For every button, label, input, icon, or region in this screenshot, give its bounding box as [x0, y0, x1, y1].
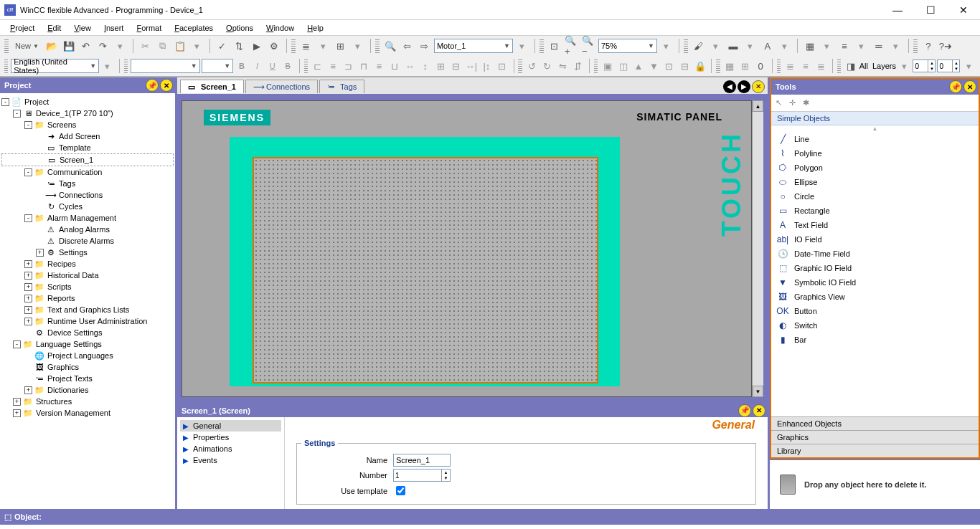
expand-icon[interactable]: - [24, 121, 32, 129]
center-v-button[interactable]: ⊟ [449, 58, 463, 74]
language-combo[interactable]: English (United States)▼ [11, 59, 99, 73]
font-color-drop-icon[interactable]: ▾ [777, 38, 793, 54]
tool-rectangle[interactable]: ▭Rectangle [771, 204, 979, 218]
backward-button[interactable]: ▼ [647, 58, 661, 74]
tree-item[interactable]: ▭Template [1, 142, 174, 153]
menu-view[interactable]: View [68, 22, 97, 34]
new-dropdown[interactable]: New ▼ [11, 38, 42, 54]
paste-drop-icon[interactable]: ▾ [189, 38, 205, 54]
tree-item[interactable]: ≔Project Texts [1, 373, 174, 384]
help-button[interactable]: ? [920, 38, 936, 54]
bold-button[interactable]: B [235, 58, 248, 74]
tool-bar[interactable]: ▮Bar [771, 333, 979, 347]
send-back-button[interactable]: ◫ [616, 58, 630, 74]
tool-graphics-view[interactable]: 🖼Graphics View [771, 290, 979, 304]
tree-item[interactable]: -📁Alarm Management [1, 212, 174, 224]
trash-area[interactable]: Drop any object here to delete it. [770, 459, 980, 509]
tree-item[interactable]: +📁Structures [1, 396, 174, 407]
pin-button[interactable]: 📌 [738, 404, 751, 417]
text-align-c-button[interactable]: ≡ [798, 58, 812, 74]
tree-item[interactable]: ▭Screen_1 [1, 153, 174, 166]
expand-icon[interactable]: - [13, 110, 21, 118]
tree-item[interactable]: +📁Recipes [1, 258, 174, 270]
screen-edit-area[interactable] [253, 157, 598, 383]
line-color-drop-icon[interactable]: ▾ [743, 38, 758, 54]
accordion-library[interactable]: Library [771, 444, 979, 457]
simple-objects-header[interactable]: Simple Objects [771, 112, 979, 125]
size-combo[interactable]: ▼ [202, 59, 234, 73]
align-bottom-button[interactable]: ⊔ [387, 58, 401, 74]
tool-graphic-io-field[interactable]: ⬚Graphic IO Field [771, 261, 979, 275]
tool-line[interactable]: ╱Line [771, 132, 979, 146]
wrench-icon[interactable]: ✱ [803, 98, 809, 108]
expand-icon[interactable]: + [24, 283, 32, 291]
menu-window[interactable]: Window [260, 22, 300, 34]
tree-item[interactable]: ↻Cycles [1, 201, 174, 212]
expand-icon[interactable]: + [13, 409, 21, 417]
coord-drop-icon[interactable]: ▾ [961, 58, 975, 74]
tree-item[interactable]: -📁Communication [1, 166, 174, 178]
font-color-button[interactable]: A [760, 38, 776, 54]
tool-polygon[interactable]: ⭔Polygon [771, 161, 979, 175]
save-button[interactable]: 💾 [61, 38, 77, 54]
weight-button[interactable]: ≡ [837, 38, 852, 54]
distribute-drop-icon[interactable]: ▾ [350, 38, 366, 54]
nav-drop-icon[interactable]: ▾ [514, 38, 530, 54]
tool-date-time-field[interactable]: 🕓Date-Time Field [771, 247, 979, 261]
tool-button[interactable]: OKButton [771, 304, 979, 318]
tree-item[interactable]: +📁Text and Graphics Lists [1, 304, 174, 315]
text-align-r-button[interactable]: ≣ [814, 58, 828, 74]
use-template-checkbox[interactable] [396, 486, 405, 495]
grid-button[interactable]: ▦ [723, 58, 737, 74]
x-spin[interactable]: ▲▼ [913, 59, 936, 72]
cut-button[interactable]: ✂ [138, 38, 154, 54]
expand-icon[interactable]: + [13, 398, 21, 406]
expand-icon[interactable]: + [24, 318, 32, 325]
vdist-button[interactable]: ↕ [418, 58, 432, 74]
minimize-button[interactable]: — [881, 0, 914, 20]
open-button[interactable]: 📂 [44, 38, 60, 54]
align-left-button[interactable]: ⊏ [311, 58, 324, 74]
style-button[interactable]: ═ [871, 38, 887, 54]
accordion-enhanced-objects[interactable]: Enhanced Objects [771, 416, 979, 430]
paste-button[interactable]: 📋 [172, 38, 188, 54]
tree-item[interactable]: 🌐Project Languages [1, 350, 174, 361]
tree-item[interactable]: -📄Project [1, 96, 174, 108]
expand-icon[interactable]: + [24, 295, 32, 302]
tool-ellipse[interactable]: ⬭Ellipse [771, 175, 979, 189]
align-button[interactable]: ≣ [298, 38, 314, 54]
tree-item[interactable]: ⚠Analog Alarms [1, 224, 174, 235]
close-panel-button[interactable]: ✕ [963, 80, 976, 93]
tab-next-button[interactable]: ▶ [738, 80, 750, 93]
close-button[interactable]: ✕ [947, 0, 980, 20]
name-input[interactable] [393, 454, 451, 467]
pin-button[interactable]: 📌 [949, 80, 962, 93]
tool-circle[interactable]: ○Circle [771, 189, 979, 204]
align-middle-button[interactable]: ≡ [372, 58, 386, 74]
weight-drop-icon[interactable]: ▾ [854, 38, 870, 54]
pattern-drop-icon[interactable]: ▾ [819, 38, 835, 54]
style-drop-icon[interactable]: ▾ [888, 38, 904, 54]
menu-project[interactable]: Project [4, 22, 40, 34]
tree-item[interactable]: ➜Add Screen [1, 130, 174, 142]
align-top-button[interactable]: ⊓ [357, 58, 370, 74]
scroll-up-button[interactable]: ▲ [753, 100, 763, 112]
expand-icon[interactable]: + [24, 386, 32, 394]
tree-item[interactable]: ≔Tags [1, 178, 174, 189]
tree-item[interactable]: +📁Runtime User Administration [1, 315, 174, 327]
expand-icon[interactable]: - [24, 168, 32, 176]
underline-button[interactable]: U [265, 58, 279, 74]
hdist-button[interactable]: ↔ [403, 58, 417, 74]
undo-arrow-icon[interactable]: ▾ [113, 38, 128, 54]
line-color-button[interactable]: ▬ [725, 38, 741, 54]
motor-combo[interactable]: Motor_1▼ [434, 39, 513, 53]
expand-icon[interactable]: - [1, 98, 9, 106]
rotate-right-button[interactable]: ↻ [540, 58, 554, 74]
tab-screen_1[interactable]: ▭Screen_1 [180, 80, 244, 93]
prop-nav-animations[interactable]: ▶Animations [180, 443, 281, 454]
device-canvas[interactable]: SIEMENS SIMATIC PANEL TOUCH [182, 100, 752, 397]
lock-button[interactable]: 🔒 [693, 58, 707, 74]
rotate-left-button[interactable]: ↺ [525, 58, 539, 74]
tool-switch[interactable]: ◐Switch [771, 318, 979, 333]
tab-prev-button[interactable]: ◀ [723, 80, 736, 93]
